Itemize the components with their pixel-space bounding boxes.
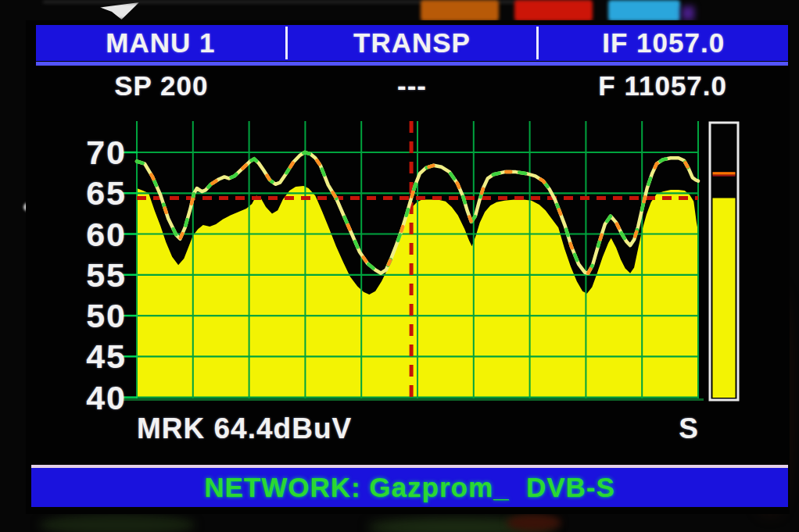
y-axis-tick-70: 70 <box>64 137 127 168</box>
background-orange-object <box>421 0 499 21</box>
y-axis-tick-60: 60 <box>64 219 127 250</box>
mode-label: MANU 1 <box>36 27 285 59</box>
y-axis-tick-40: 40 <box>64 382 127 413</box>
network-name-label: NETWORK: Gazprom_ DVB-S <box>204 472 615 503</box>
background-bottom-blob <box>507 514 561 531</box>
header-underline <box>36 62 788 66</box>
span-readout: SP 200 <box>36 70 287 102</box>
if-frequency-label: IF 1057.0 <box>539 27 788 59</box>
marker-level-readout: MRK 64.4dBuV <box>137 412 352 445</box>
background-streak <box>43 1 590 3</box>
y-axis-tick-55: 55 <box>64 259 127 291</box>
subheader-row: SP 200 --- F 11057.0 <box>36 69 788 103</box>
background-bottom-blob <box>39 514 195 532</box>
footer-bar: NETWORK: Gazprom_ DVB-S <box>31 468 788 507</box>
status-flag: S <box>671 412 707 445</box>
background-purple-object <box>682 6 694 20</box>
background-blue-object <box>608 0 680 21</box>
background-red-object <box>514 0 593 21</box>
background-triangle-shape <box>100 2 139 20</box>
y-axis-tick-65: 65 <box>64 177 127 209</box>
transponder-label: TRANSP <box>288 27 537 59</box>
header-bar: MANU 1 TRANSP IF 1057.0 <box>36 25 788 61</box>
placeholder-dashes: --- <box>287 70 538 102</box>
meter-photo: MANU 1 TRANSP IF 1057.0 SP 200 --- F 110… <box>0 0 799 532</box>
y-axis-tick-45: 45 <box>64 341 127 372</box>
frequency-readout: F 11057.0 <box>537 70 788 102</box>
y-axis-tick-50: 50 <box>64 300 127 331</box>
